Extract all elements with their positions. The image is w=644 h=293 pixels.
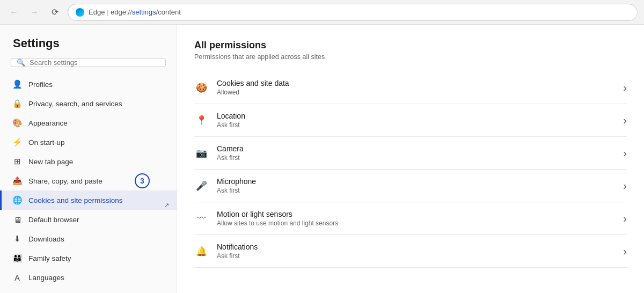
search-icon: 🔍 [17,58,25,67]
startup-icon: ⚡ [12,137,22,147]
privacy-icon: 🔒 [12,99,22,108]
sidebar-item-label-appearance: Appearance [28,119,68,127]
motion-permission-icon: 〰 [194,211,208,225]
main-content: All permissions Permissions that are app… [177,25,644,293]
sidebar-item-label-downloads: Downloads [28,235,64,243]
microphone-permission-icon: 🎤 [194,179,208,193]
permission-desc-motion: Allow sites to use motion and light sens… [217,219,614,227]
permission-desc-camera: Ask first [217,154,614,162]
sidebar-item-downloads[interactable]: ⬇Downloads [0,229,177,248]
sidebar: Settings 🔍 👤Profiles🔒Privacy, search, an… [0,25,177,293]
sidebar-item-privacy[interactable]: 🔒Privacy, search, and services [0,94,177,113]
back-button[interactable]: ← [6,5,21,20]
permission-desc-cookies: Allowed [217,89,614,96]
permission-item-motion[interactable]: 〰Motion or light sensorsAllow sites to u… [194,202,627,235]
sidebar-item-profiles[interactable]: 👤Profiles [0,75,177,94]
camera-permission-icon: 📷 [194,146,208,160]
appearance-icon: 🎨 [12,118,22,128]
sidebar-item-cookies[interactable]: 🌐Cookies and site permissions↗ [0,191,177,210]
reload-button[interactable]: ⟳ [47,5,62,20]
sidebar-item-label-defaultbrowser: Default browser [28,216,79,224]
permissions-list: 🍪Cookies and site dataAllowed›📍LocationA… [194,71,627,268]
camera-chevron-icon: › [623,147,627,159]
section-title: All permissions [194,40,627,51]
sidebar-item-appearance[interactable]: 🎨Appearance [0,113,177,133]
sidebar-item-label-profiles: Profiles [28,80,53,89]
share-icon: 📤 [12,176,22,186]
permission-name-motion: Motion or light sensors [217,210,614,218]
sidebar-item-label-languages: Languages [28,274,64,282]
forward-button[interactable]: → [27,5,42,20]
sidebar-item-label-newtab: New tab page [28,158,73,166]
address-input-wrap[interactable]: Edge | edge://settings/content [68,4,638,21]
permission-item-location[interactable]: 📍LocationAsk first› [194,104,627,137]
sidebar-title: Settings [0,25,177,58]
permission-desc-location: Ask first [217,121,614,129]
permission-item-cookies[interactable]: 🍪Cookies and site dataAllowed› [194,71,627,104]
nav-items-list: 👤Profiles🔒Privacy, search, and services🎨… [0,75,177,293]
sidebar-item-label-cookies: Cookies and site permissions [28,196,123,204]
defaultbrowser-icon: 🖥 [12,215,22,224]
cursor-indicator: ↗ [164,202,169,209]
sidebar-item-label-startup: On start-up [28,138,65,146]
sidebar-item-label-privacy: Privacy, search, and services [28,100,122,108]
sidebar-item-label-family: Family safety [28,254,71,262]
profiles-icon: 👤 [12,79,22,89]
permission-name-notifications: Notifications [217,243,614,251]
notifications-permission-icon: 🔔 [194,244,208,258]
sidebar-item-label-share: Share, copy, and paste [28,177,103,185]
permission-desc-microphone: Ask first [217,187,614,194]
cookies-chevron-icon: › [623,82,627,94]
permission-name-cookies: Cookies and site data [217,79,614,87]
permission-desc-notifications: Ask first [217,252,614,260]
permission-item-notifications[interactable]: 🔔NotificationsAsk first› [194,235,627,268]
permission-item-camera[interactable]: 📷CameraAsk first› [194,137,627,170]
search-input[interactable] [30,58,160,67]
motion-chevron-icon: › [623,213,627,225]
microphone-chevron-icon: › [623,180,627,192]
section-subtitle: Permissions that are applied across all … [194,53,627,61]
sidebar-item-share[interactable]: 📤Share, copy, and paste3 [0,171,177,191]
sidebar-item-startup[interactable]: ⚡On start-up [0,133,177,152]
sidebar-item-languages[interactable]: ALanguages [0,268,177,287]
address-bar: ← → ⟳ Edge | edge://settings/content [0,0,644,25]
step-badge: 3 [135,173,150,188]
sidebar-item-defaultbrowser[interactable]: 🖥Default browser [0,210,177,229]
location-permission-icon: 📍 [194,113,208,127]
sidebar-item-newtab[interactable]: ⊞New tab page [0,152,177,171]
newtab-icon: ⊞ [12,157,22,166]
sidebar-item-printers[interactable]: 🖨Printers [0,287,177,293]
sidebar-item-family[interactable]: 👨‍👩‍👧Family safety [0,248,177,268]
cookies-permission-icon: 🍪 [194,80,208,94]
downloads-icon: ⬇ [12,234,22,244]
cookies-icon: 🌐 [12,195,22,205]
permission-name-microphone: Microphone [217,177,614,186]
permission-name-camera: Camera [217,144,614,153]
location-chevron-icon: › [623,114,627,127]
address-label: Edge | edge://settings/content [89,8,181,16]
permission-item-microphone[interactable]: 🎤MicrophoneAsk first› [194,170,627,202]
main-layout: Settings 🔍 👤Profiles🔒Privacy, search, an… [0,25,644,293]
family-icon: 👨‍👩‍👧 [12,253,22,263]
search-box[interactable]: 🔍 [11,58,166,67]
languages-icon: A [12,273,22,282]
notifications-chevron-icon: › [623,245,627,258]
permission-name-location: Location [217,112,614,120]
edge-logo-icon [76,8,84,17]
